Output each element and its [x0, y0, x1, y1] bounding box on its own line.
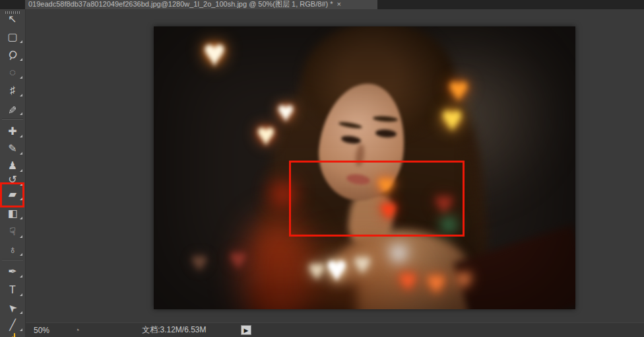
type-tool[interactable]: T — [0, 281, 25, 299]
bokeh-heart: ♥ — [354, 249, 371, 278]
move-icon: ↖ — [8, 14, 16, 24]
dodge-icon: ♁ — [9, 244, 16, 255]
eyedropper-tool[interactable]: ✐ — [0, 100, 25, 118]
status-bar: 50% ◔ 文档:3.12M/6.53M ▶ — [26, 322, 644, 337]
brush-icon: ✎ — [8, 143, 16, 154]
path-selection-icon: ➤ — [6, 301, 20, 315]
bokeh-heart: ♥ — [277, 97, 294, 126]
quick-selection-icon: ◌ — [9, 67, 16, 78]
document-size-info[interactable]: 文档:3.12M/6.53M — [112, 324, 237, 336]
document-tab-title: 019eadc58f8db37a8012049ef2636bd.jpg@1280… — [25, 0, 333, 9]
move-tool[interactable]: ↖ — [0, 11, 25, 28]
crop-tool[interactable]: ♯ — [0, 82, 25, 99]
bokeh-heart: ♥ — [326, 250, 347, 286]
toolbar-separator — [2, 260, 23, 260]
crop-icon: ♯ — [10, 85, 15, 96]
photoshop-window: 019eadc58f8db37a8012049ef2636bd.jpg@1280… — [0, 0, 644, 337]
bokeh-heart: ♥ — [427, 267, 446, 299]
lasso-tool[interactable]: Ϙ — [0, 46, 25, 63]
gradient-tool[interactable]: ◧ — [0, 205, 25, 222]
bokeh-heart: ♥ — [399, 266, 416, 295]
marquee-icon: ▢ — [7, 32, 17, 42]
brush-tool[interactable]: ✎ — [0, 140, 25, 157]
bokeh-heart: ♥ — [230, 244, 247, 274]
eraser-tool[interactable]: ▰ — [0, 186, 25, 203]
bokeh-heart: ♥ — [309, 256, 325, 284]
annotation-rectangle — [289, 161, 465, 237]
photo-canvas[interactable]: ♥♥♥♥♥♥♥♥♥♥♥♥♥♥♥♥♥♥♥ — [154, 26, 575, 309]
marquee-tool[interactable]: ▢ — [0, 28, 25, 46]
status-expand-button[interactable]: ▶ — [241, 325, 251, 335]
lasso-icon: Ϙ — [7, 48, 19, 61]
bokeh-heart: ♥ — [191, 248, 207, 275]
eyedropper-icon: ✐ — [8, 104, 16, 114]
pen-icon: ✒ — [8, 266, 16, 277]
eraser-icon: ▰ — [9, 189, 16, 200]
pen-tool[interactable]: ✒ — [0, 263, 25, 280]
path-selection-tool[interactable]: ➤ — [0, 299, 25, 317]
document-tab[interactable]: 019eadc58f8db37a8012049ef2636bd.jpg@1280… — [25, 0, 377, 9]
line-icon: ╱ — [9, 320, 16, 330]
dodge-tool[interactable]: ♁ — [0, 241, 25, 258]
spot-healing-icon: ✚ — [8, 126, 16, 137]
bokeh-heart: ♥ — [456, 266, 472, 293]
type-icon: T — [9, 285, 16, 295]
status-pie-icon: ◔ — [75, 325, 80, 335]
triangle-icon: ▶ — [243, 327, 248, 334]
hand-icon: ☝ — [6, 334, 19, 337]
bokeh-heart: ♥ — [257, 119, 276, 151]
tab-close-icon[interactable]: × — [337, 0, 340, 8]
tools-panel: ↖▢Ϙ◌♯✐✚✎♟↺▰◧☟♁✒T➤╱☝ — [0, 9, 26, 337]
bokeh-heart: ♥ — [441, 100, 463, 136]
smudge-tool[interactable]: ☟ — [0, 223, 25, 241]
bokeh-heart: ♥ — [203, 34, 226, 72]
clone-stamp-icon: ♟ — [8, 161, 17, 171]
history-brush-icon: ↺ — [8, 174, 16, 185]
toolbar-separator — [2, 119, 23, 120]
gradient-icon: ◧ — [7, 208, 17, 219]
quick-selection-tool[interactable]: ◌ — [0, 64, 25, 81]
zoom-level[interactable]: 50% — [34, 326, 60, 335]
hand-tool[interactable]: ☝ — [0, 330, 25, 337]
spot-healing-tool[interactable]: ✚ — [0, 123, 25, 140]
tab-bar: 019eadc58f8db37a8012049ef2636bd.jpg@1280… — [0, 0, 644, 9]
smudge-icon: ☟ — [9, 227, 16, 237]
